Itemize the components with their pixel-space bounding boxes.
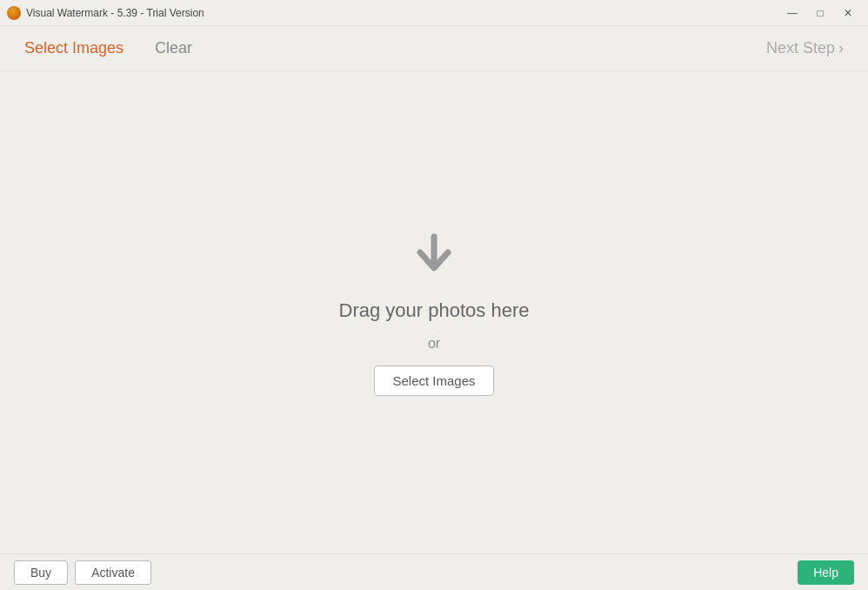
footer: Buy Activate Help: [0, 553, 868, 590]
next-step-button[interactable]: Next Step ›: [759, 36, 851, 61]
activate-button[interactable]: Activate: [75, 560, 151, 585]
download-arrow-icon: [408, 230, 460, 285]
help-button[interactable]: Help: [798, 560, 854, 585]
maximize-button[interactable]: □: [807, 3, 833, 23]
minimize-button[interactable]: —: [779, 3, 805, 23]
main-content: Drag your photos here or Select Images: [0, 71, 868, 553]
drop-zone[interactable]: Drag your photos here or Select Images: [339, 230, 530, 396]
title-bar: Visual Watermark - 5.39 - Trial Version …: [0, 0, 868, 26]
toolbar-left: Select Images Clear: [17, 36, 199, 61]
toolbar-clear-button[interactable]: Clear: [148, 36, 199, 61]
footer-left: Buy Activate: [14, 560, 151, 585]
or-text: or: [428, 336, 440, 352]
window-controls: — □ ✕: [779, 3, 861, 23]
next-step-label: Next Step: [766, 39, 835, 57]
toolbar-select-images-button[interactable]: Select Images: [17, 36, 130, 61]
drag-text: Drag your photos here: [339, 299, 530, 322]
title-text: Visual Watermark - 5.39 - Trial Version: [26, 7, 204, 19]
chevron-right-icon: ›: [838, 39, 844, 57]
buy-button[interactable]: Buy: [14, 560, 68, 585]
select-images-button[interactable]: Select Images: [374, 365, 493, 396]
app-icon: [7, 6, 21, 20]
close-button[interactable]: ✕: [835, 3, 861, 23]
toolbar: Select Images Clear Next Step ›: [0, 26, 868, 71]
title-bar-left: Visual Watermark - 5.39 - Trial Version: [7, 6, 204, 20]
